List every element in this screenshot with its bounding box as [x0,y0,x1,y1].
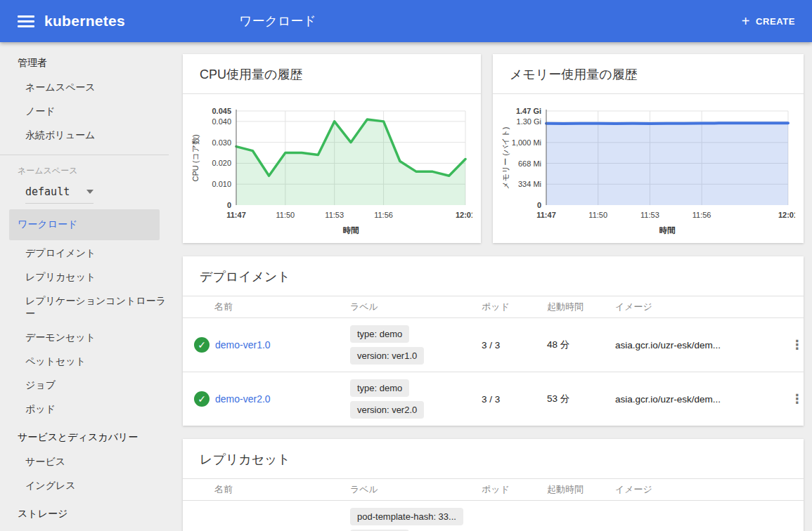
sidebar-section-storage[interactable]: ストレージ [0,501,169,527]
svg-text:0.045: 0.045 [212,107,231,115]
svg-text:0.020: 0.020 [212,159,231,167]
svg-text:0: 0 [227,201,231,209]
label-chip: type: demo [350,379,409,397]
svg-text:メモリー (バイト): メモリー (バイト) [501,127,510,190]
replicasets-card: レプリカセット 名前 ラベル ポッド 起動時間 イメージ ✓ demo-ver1… [183,439,804,531]
svg-text:11:50: 11:50 [276,211,295,219]
label-chip: pod-template-hash: 33... [350,508,463,525]
svg-text:1.47 Gi: 1.47 Gi [516,107,541,115]
sidebar-item-deployments[interactable]: デプロイメント [0,242,169,266]
menu-hamburger-icon[interactable] [18,13,34,30]
svg-text:11:47: 11:47 [536,211,556,219]
svg-text:11:56: 11:56 [692,211,711,219]
cpu-area-chart: 00.0100.0200.0300.0400.04511:4711:5011:5… [190,101,472,237]
label-chip: version: ver1.0 [350,347,424,365]
pods-cell: 3 / 3 [482,340,547,350]
replicasets-title: レプリカセット [183,439,804,478]
namespace-select-label: ネームスペース [0,162,169,180]
cpu-chart-title: CPU使用量の履歴 [183,54,481,94]
sidebar-item-replication-controllers[interactable]: レプリケーションコントローラー [0,289,169,326]
table-row: ✓ demo-ver2.0 type: demo version: ver2.0… [183,372,804,426]
sidebar-section-admin[interactable]: 管理者 [0,51,169,76]
label-chips: type: demo version: ver1.0 [350,323,482,367]
sidebar-item-workloads[interactable]: ワークロード [9,209,160,240]
create-button[interactable]: + CREATE [737,11,799,32]
images-cell: asia.gcr.io/uzr-esk/dem... [615,394,784,405]
check-circle-icon: ✓ [194,337,210,353]
col-header-age: 起動時間 [547,301,615,313]
svg-text:668 Mi: 668 Mi [518,159,541,168]
svg-text:12:01: 12:01 [778,211,795,219]
age-cell: 48 分 [547,339,615,351]
svg-text:0: 0 [537,201,541,209]
svg-text:時間: 時間 [343,226,360,235]
pods-cell: 3 / 3 [482,394,547,405]
table-row: ✓ demo-ver1.0-3326697216 pod-template-ha… [183,500,804,531]
replicasets-header-row: 名前 ラベル ポッド 起動時間 イメージ [183,478,804,500]
sidebar-item-nodes[interactable]: ノード [0,100,169,124]
namespace-select-value: default [25,185,70,198]
svg-text:11:56: 11:56 [374,211,393,219]
sidebar-item-persistent-volume-claims[interactable]: 永続ボリューム要求 [0,527,169,531]
col-header-images: イメージ [615,301,784,313]
cpu-chart: 00.0100.0200.0300.0400.04511:4711:5011:5… [183,94,481,243]
sidebar-section-services-discovery[interactable]: サービスとディスカバリー [0,425,169,450]
label-chip: type: demo [350,325,409,343]
sidebar-item-services[interactable]: サービス [0,450,169,474]
col-header-labels: ラベル [350,483,482,496]
memory-area-chart: 0334 Mi668 Mi1,000 Mi1.30 Gi1.47 Gi11:47… [500,101,795,237]
page-title: ワークロード [239,13,316,29]
sidebar-item-jobs[interactable]: ジョブ [0,374,169,398]
svg-text:11:53: 11:53 [640,211,659,219]
deployments-title: デプロイメント [183,256,804,296]
svg-text:CPU (コア数): CPU (コア数) [191,134,200,181]
plus-icon: + [742,16,750,26]
svg-text:0.030: 0.030 [212,138,231,147]
charts-row: CPU使用量の履歴 00.0100.0200.0300.0400.04511:4… [183,54,804,243]
memory-chart: 0334 Mi668 Mi1,000 Mi1.30 Gi1.47 Gi11:47… [493,94,804,243]
col-header-images: イメージ [615,483,784,496]
col-header-labels: ラベル [350,301,482,313]
svg-text:334 Mi: 334 Mi [518,180,541,188]
svg-text:11:53: 11:53 [325,211,344,219]
sidebar-item-replica-sets[interactable]: レプリカセット [0,266,169,289]
svg-text:0.040: 0.040 [212,117,231,126]
svg-text:0.010: 0.010 [212,180,231,188]
brand-logo: kubernetes [44,13,125,29]
memory-usage-card: メモリー使用量の履歴 0334 Mi668 Mi1,000 Mi1.30 Gi1… [493,54,804,243]
col-header-pods: ポッド [482,301,547,313]
memory-chart-title: メモリー使用量の履歴 [493,54,804,94]
col-header-pods: ポッド [482,483,547,496]
check-circle-icon: ✓ [194,391,210,407]
svg-text:11:50: 11:50 [588,211,607,219]
create-button-label: CREATE [756,16,795,27]
label-chips: pod-template-hash: 33... type: demo vers… [350,506,482,531]
vertical-dots-icon[interactable]: ⋮ [784,334,811,355]
svg-text:1,000 Mi: 1,000 Mi [512,138,541,147]
deployments-card: デプロイメント 名前 ラベル ポッド 起動時間 イメージ ✓ demo-ver1… [183,256,804,426]
label-chips: type: demo version: ver2.0 [350,377,482,421]
cpu-usage-card: CPU使用量の履歴 00.0100.0200.0300.0400.04511:4… [183,54,481,243]
sidebar: 管理者 ネームスペース ノード 永続ボリューム ネームスペース default … [0,42,169,531]
deployments-header-row: 名前 ラベル ポッド 起動時間 イメージ [183,296,804,317]
deployment-name-link[interactable]: demo-ver1.0 [215,339,271,350]
main-content: CPU使用量の履歴 00.0100.0200.0300.0400.04511:4… [169,42,812,531]
sidebar-item-persistent-volumes[interactable]: 永続ボリューム [0,124,169,148]
sidebar-item-ingress[interactable]: イングレス [0,474,169,498]
vertical-dots-icon[interactable]: ⋮ [784,388,811,409]
namespace-select[interactable]: default [25,185,94,204]
deployment-name-link[interactable]: demo-ver2.0 [215,393,271,405]
app-header: kubernetes ワークロード + CREATE [0,0,812,42]
sidebar-item-daemon-sets[interactable]: デーモンセット [0,326,169,350]
sidebar-item-pet-sets[interactable]: ペットセット [0,350,169,374]
col-header-name: 名前 [183,301,350,313]
sidebar-item-pods[interactable]: ポッド [0,398,169,421]
svg-text:12:01: 12:01 [456,211,472,219]
col-header-age: 起動時間 [547,483,615,496]
sidebar-item-namespaces[interactable]: ネームスペース [0,76,169,100]
vertical-dots-icon[interactable]: ⋮ [784,528,811,531]
col-header-name: 名前 [183,483,350,496]
images-cell: asia.gcr.io/uzr-esk/dem... [615,340,784,350]
age-cell: 53 分 [547,393,615,405]
svg-text:11:47: 11:47 [226,211,246,219]
